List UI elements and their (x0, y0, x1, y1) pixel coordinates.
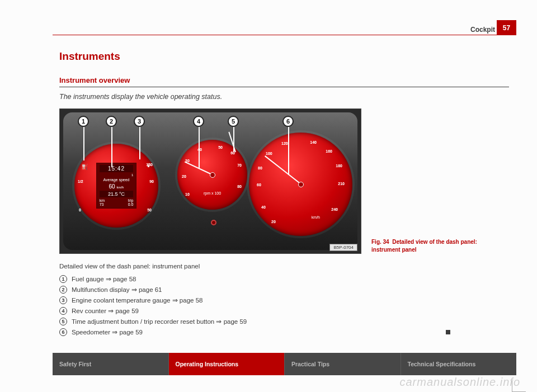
temp-mark-90: 90 (149, 180, 154, 183)
legend-text: Engine coolant temperature gauge ⇒ page … (72, 296, 202, 304)
page-number-badge: 57 (497, 20, 516, 35)
tacho-20: 20 (182, 174, 186, 178)
speed-20: 20 (271, 220, 276, 224)
legend-num: 2 (59, 286, 67, 294)
temp-mark-50: 50 (147, 208, 152, 212)
mfd-bottom-row: km73 trip0.0 (100, 199, 134, 206)
header-section: Cockpit (470, 26, 495, 34)
mfd-temp: 21.5 °C (100, 191, 133, 197)
speed-160: 160 (326, 149, 332, 153)
callout-5-line (233, 127, 234, 152)
header-divider (53, 35, 516, 35)
legend-item: 2Multifunction display ⇒ page 61 (59, 286, 509, 294)
figure-id: B5P-0704 (329, 244, 357, 251)
legend-item: 3Engine coolant temperature gauge ⇒ page… (59, 296, 509, 304)
callout-6: 6 (282, 116, 294, 127)
speedo-needle (264, 155, 302, 185)
footer-tab-technical[interactable]: Technical Specifications (401, 353, 517, 375)
trip-reset-button (211, 220, 216, 225)
legend-item: 5Time adjustment button / trip recorder … (59, 318, 509, 325)
legend-item: 4Rev counter ⇒ page 59 (59, 307, 509, 315)
mfd-value: 60 km/h (109, 183, 124, 190)
speed-100: 100 (266, 152, 272, 155)
figure-caption-lead: Fig. 34 (371, 239, 389, 245)
side-tab-marker (512, 381, 526, 392)
legend-item: 6 Speedometer ⇒ page 59 (59, 328, 509, 336)
tacho-10: 10 (185, 192, 190, 196)
footer-tab-practical[interactable]: Practical Tips (285, 353, 401, 375)
callout-1: 1 (78, 116, 89, 127)
mfd-label: Average speed (103, 178, 130, 182)
legend-item: 1Fuel gauge ⇒ page 58 (59, 275, 509, 283)
section-end-marker (446, 330, 450, 334)
temp-mark-130: 130 (146, 163, 153, 167)
callout-2-line (111, 127, 112, 167)
callout-3: 3 (134, 116, 145, 127)
speedo-center (298, 182, 304, 187)
speedo-unit: km/h (312, 215, 320, 219)
speed-60: 60 (257, 183, 261, 187)
fuel-icon: ⛽ (81, 164, 88, 170)
figure-row: ⛽ 🌡 0 1/2 1 50 90 130 15:42 1 Average sp… (59, 108, 509, 254)
legend-text: Fuel gauge ⇒ page 58 (72, 275, 136, 283)
speed-40: 40 (261, 205, 266, 209)
legend-list: 1Fuel gauge ⇒ page 58 2Multifunction dis… (59, 275, 509, 336)
watermark: carmanualsonline.info (399, 376, 520, 389)
multifunction-display: 15:42 1 Average speed 60 km/h 21.5 °C km… (96, 163, 136, 209)
instrument-panel-figure: ⛽ 🌡 0 1/2 1 50 90 130 15:42 1 Average sp… (59, 108, 361, 254)
legend-text: Multifunction display ⇒ page 61 (72, 286, 162, 294)
legend-text: Rev counter ⇒ page 59 (72, 307, 139, 315)
footer-tab-safety[interactable]: Safety First (53, 353, 169, 375)
speedometer-gauge: 20 40 60 80 100 120 140 160 180 210 240 … (249, 133, 352, 236)
tacho-70: 70 (237, 163, 242, 167)
legend-num: 5 (59, 318, 67, 325)
callout-4-line (199, 127, 200, 168)
callout-2: 2 (106, 116, 117, 127)
rev-counter-gauge: 10 20 30 40 50 60 70 80 rpm x 100 (177, 140, 247, 210)
callout-3-line (139, 127, 140, 159)
tacho-center (210, 172, 215, 178)
detail-line: Detailed view of the dash panel: instrum… (59, 263, 509, 270)
mfd-index: 1 (100, 173, 134, 177)
section-intro: The instruments display the vehicle oper… (59, 93, 509, 101)
callout-6-line (288, 127, 289, 175)
speed-210: 210 (338, 182, 345, 186)
speed-120: 120 (281, 141, 288, 145)
fuel-mark-0: 0 (79, 208, 81, 212)
tacho-unit: rpm x 100 (204, 191, 221, 195)
mfd-time: 15:42 (100, 165, 133, 172)
callout-1-line (83, 127, 84, 160)
legend-num: 3 (59, 296, 67, 304)
tacho-50: 50 (218, 145, 223, 149)
section-subtitle: Instrument overview (59, 76, 509, 87)
tacho-80: 80 (237, 185, 242, 188)
speed-80: 80 (258, 166, 262, 170)
fuel-mark-half: 1/2 (78, 180, 83, 183)
legend-num: 1 (59, 275, 67, 283)
callout-4: 4 (193, 116, 204, 127)
legend-text: Time adjustment button / trip recorder r… (72, 318, 247, 325)
speed-140: 140 (310, 140, 317, 144)
page-content: Instruments Instrument overview The inst… (59, 50, 509, 339)
figure-caption: Fig. 34 Detailed view of the dash panel:… (371, 238, 486, 254)
callout-5: 5 (228, 116, 239, 127)
legend-text: Speedometer ⇒ page 59 (72, 328, 143, 336)
legend-num: 4 (59, 307, 67, 315)
footer-tabs: Safety First Operating Instructions Prac… (53, 353, 516, 375)
fuel-temp-gauge: ⛽ 🌡 0 1/2 1 50 90 130 15:42 1 Average sp… (74, 144, 158, 228)
legend-num: 6 (59, 328, 67, 336)
speed-180: 180 (336, 164, 342, 168)
page-title: Instruments (59, 50, 509, 63)
footer-tab-operating[interactable]: Operating Instructions (169, 353, 285, 375)
speed-240: 240 (331, 207, 338, 211)
